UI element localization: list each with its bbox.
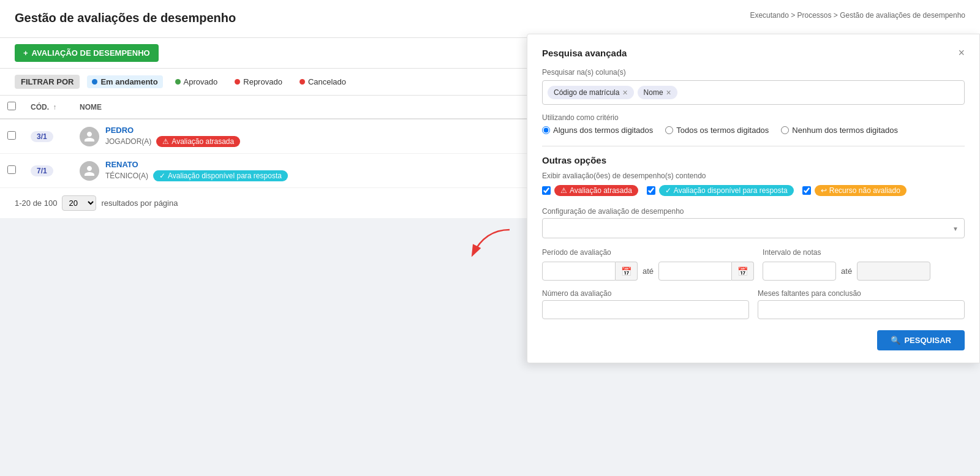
person-name: PEDRO xyxy=(105,126,240,135)
breadcrumb-top: Executando > Processos > Gestão de avali… xyxy=(750,11,965,20)
filter-aprovado[interactable]: Aprovado xyxy=(170,75,223,88)
filter-label: FILTRAR POR xyxy=(15,75,80,89)
tag-remove-matricula[interactable]: × xyxy=(622,88,627,97)
columns-label: Pesquisar na(s) coluna(s) xyxy=(542,68,965,77)
tags-container: Código de matrícula × Nome × xyxy=(542,80,965,105)
divider xyxy=(542,146,965,146)
results-label: resultados por página xyxy=(101,198,178,208)
check-recurso: ↩ Recurso não avaliado xyxy=(802,185,907,196)
check-icon-sm: ✓ xyxy=(665,186,671,195)
select-all-checkbox[interactable] xyxy=(7,102,16,110)
criteria-nenhum-radio[interactable] xyxy=(781,126,789,134)
checkboxes-row: ⚠ Avaliação atrasada ✓ Avaliação disponí… xyxy=(542,185,965,196)
other-options-sub: Exibir avaliação(ões) de desempenho(s) c… xyxy=(542,172,965,180)
tag-remove-nome[interactable]: × xyxy=(666,88,671,97)
criteria-nenhum[interactable]: Nenhum dos termos digitados xyxy=(781,126,898,135)
filter-reprovado[interactable]: Reprovado xyxy=(230,75,287,88)
badge-disponivel-sm: ✓ Avaliação disponível para resposta xyxy=(659,185,794,196)
pagination-summary: 1-20 de 100 xyxy=(15,198,57,208)
filter-em-andamento-label: Em andamento xyxy=(100,77,157,86)
person-name: RENATO xyxy=(105,160,288,169)
checkbox-recurso[interactable] xyxy=(802,186,811,195)
criteria-todos[interactable]: Todos os termos digitados xyxy=(665,126,769,135)
check-disponivel: ✓ Avaliação disponível para resposta xyxy=(647,185,794,196)
badge-atrasada-sm: ⚠ Avaliação atrasada xyxy=(554,185,638,196)
row-checkbox[interactable] xyxy=(7,131,16,140)
checkbox-disponivel[interactable] xyxy=(647,186,655,195)
criteria-label: Utilizando como critério xyxy=(542,113,965,122)
person-role: TÉCNICO(A) xyxy=(105,172,148,180)
warning-icon-sm: ⚠ xyxy=(560,186,567,195)
advanced-search-panel: Pesquisa avançada × Pesquisar na(s) colu… xyxy=(527,34,980,218)
criteria-radio-group: Alguns dos termos digitados Todos os ter… xyxy=(542,126,965,135)
filter-aprovado-label: Aprovado xyxy=(184,77,218,86)
filter-em-andamento[interactable]: Em andamento xyxy=(87,75,162,88)
plus-icon: + xyxy=(23,48,28,58)
avatar xyxy=(80,161,99,181)
config-label: Configuração de avaliação de desempenho xyxy=(542,207,965,216)
add-button-label: AVALIAÇÃO DE DESEMPENHO xyxy=(32,48,150,58)
tag-matricula: Código de matrícula × xyxy=(548,86,634,99)
criteria-alguns-radio[interactable] xyxy=(542,126,550,134)
panel-header: Pesquisa avançada × xyxy=(542,47,965,59)
recurso-icon: ↩ xyxy=(821,186,827,195)
filter-cancelado[interactable]: Cancelado xyxy=(295,75,351,88)
tag-nome: Nome × xyxy=(638,86,677,99)
filter-cancelado-label: Cancelado xyxy=(308,77,346,86)
dot-green-icon xyxy=(175,79,181,85)
check-atrasada: ⚠ Avaliação atrasada xyxy=(542,185,638,196)
add-button[interactable]: + AVALIAÇÃO DE DESEMPENHO xyxy=(15,44,159,62)
checkbox-atrasada[interactable] xyxy=(542,186,551,195)
dot-orange-icon xyxy=(300,79,305,85)
per-page-select[interactable]: 20 50 100 xyxy=(62,195,96,211)
code-badge: 3/1 xyxy=(31,131,53,142)
warning-icon: ⚠ xyxy=(162,137,169,146)
panel-title: Pesquisa avançada xyxy=(542,48,627,58)
badge-recurso: ↩ Recurso não avaliado xyxy=(815,185,907,196)
col-cod-header[interactable]: CÓD. ↑ xyxy=(23,96,72,119)
criteria-todos-radio[interactable] xyxy=(665,126,673,134)
sort-asc-icon: ↑ xyxy=(53,103,56,111)
code-badge: 7/1 xyxy=(31,165,53,176)
other-options-title: Outras opções xyxy=(542,155,965,165)
row-checkbox[interactable] xyxy=(7,165,16,174)
dot-blue-icon xyxy=(92,79,97,85)
close-button[interactable]: × xyxy=(958,47,965,59)
criteria-alguns[interactable]: Alguns dos termos digitados xyxy=(542,126,653,135)
badge-disponivel: ✓ Avaliação disponível para resposta xyxy=(153,170,288,181)
dot-red-icon xyxy=(235,79,240,85)
filter-reprovado-label: Reprovado xyxy=(243,77,282,86)
person-role: JOGADOR(A) xyxy=(105,137,151,146)
badge-atrasada: ⚠ Avaliação atrasada xyxy=(156,136,240,147)
check-icon: ✓ xyxy=(159,172,165,180)
avatar xyxy=(80,127,99,146)
